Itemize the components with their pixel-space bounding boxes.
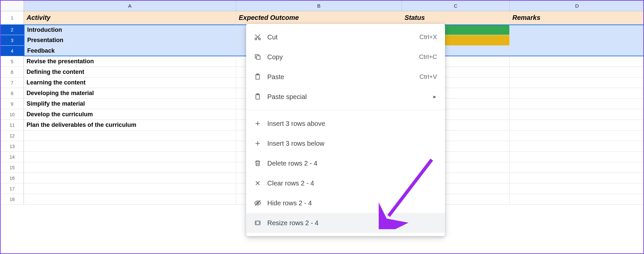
menu-copy-label: Copy xyxy=(267,53,419,61)
menu-resize-rows[interactable]: Resize rows 2 - 4 xyxy=(246,213,445,233)
cell-a4[interactable]: Feedback xyxy=(24,46,236,56)
row-header-17[interactable]: 17 xyxy=(1,183,24,194)
cell-d7[interactable] xyxy=(510,77,644,88)
close-icon xyxy=(254,179,267,187)
cell-d11[interactable] xyxy=(510,120,644,130)
cell-a8[interactable]: Developing the material xyxy=(24,88,236,99)
cell-d10[interactable] xyxy=(510,109,644,120)
row-header-7[interactable]: 7 xyxy=(1,77,24,88)
cell-d2[interactable] xyxy=(510,25,644,35)
menu-hide-rows[interactable]: Hide rows 2 - 4 xyxy=(246,193,445,213)
cell-a13[interactable] xyxy=(24,141,236,152)
menu-clear-rows[interactable]: Clear rows 2 - 4 xyxy=(246,173,445,193)
menu-copy-shortcut: Ctrl+C xyxy=(419,53,437,61)
row-header-10[interactable]: 10 xyxy=(1,109,24,120)
menu-paste-special[interactable]: Paste special ► xyxy=(246,87,445,107)
svg-point-0 xyxy=(255,38,257,40)
row-header-16[interactable]: 16 xyxy=(1,173,24,183)
copy-icon xyxy=(254,53,267,61)
cell-d16[interactable] xyxy=(510,173,644,183)
row-header-11[interactable]: 11 xyxy=(1,120,24,130)
cell-d6[interactable] xyxy=(510,67,644,77)
cell-d4[interactable] xyxy=(510,46,644,56)
menu-cut-label: Cut xyxy=(267,33,419,41)
col-header-a[interactable]: A xyxy=(24,1,236,11)
cell-d15[interactable] xyxy=(510,162,644,173)
cell-d12[interactable] xyxy=(510,130,644,141)
menu-insert-rows-below[interactable]: Insert 3 rows below xyxy=(246,133,445,153)
cell-a10[interactable]: Develop the curriculum xyxy=(24,109,236,120)
row-header-13[interactable]: 13 xyxy=(1,141,24,152)
row-header-15[interactable]: 15 xyxy=(1,162,24,173)
paste-icon xyxy=(254,73,267,80)
cell-a1[interactable]: Activity xyxy=(24,11,236,25)
cell-a5[interactable]: Revise the presentation xyxy=(24,56,236,67)
cell-a16[interactable] xyxy=(24,173,236,183)
menu-delete-rows-label: Delete rows 2 - 4 xyxy=(267,160,437,167)
cell-d8[interactable] xyxy=(510,88,644,99)
menu-resize-rows-label: Resize rows 2 - 4 xyxy=(267,219,437,227)
menu-paste-shortcut: Ctrl+V xyxy=(419,73,437,80)
cut-icon xyxy=(254,33,267,41)
menu-delete-rows[interactable]: Delete rows 2 - 4 xyxy=(246,153,445,173)
row-header-18[interactable]: 18 xyxy=(1,194,24,205)
row-header-5[interactable]: 5 xyxy=(1,56,24,67)
menu-hide-rows-label: Hide rows 2 - 4 xyxy=(267,199,437,207)
menu-clear-rows-label: Clear rows 2 - 4 xyxy=(267,179,437,187)
cell-a6[interactable]: Defining the content xyxy=(24,67,236,77)
cell-a11[interactable]: Plan the deliverables of the curriculum xyxy=(24,120,236,130)
cell-a18[interactable] xyxy=(24,194,236,205)
cell-d13[interactable] xyxy=(510,141,644,152)
row-header-2[interactable]: 2 xyxy=(1,25,24,35)
row-header-3[interactable]: 3 xyxy=(1,35,24,46)
cell-d18[interactable] xyxy=(510,194,644,205)
menu-insert-below-label: Insert 3 rows below xyxy=(267,140,437,147)
menu-copy[interactable]: Copy Ctrl+C xyxy=(246,47,445,67)
cell-d14[interactable] xyxy=(510,152,644,162)
menu-insert-rows-above[interactable]: Insert 3 rows above xyxy=(246,114,445,133)
cell-a9[interactable]: Simplify the material xyxy=(24,99,236,109)
menu-cut-shortcut: Ctrl+X xyxy=(419,33,437,41)
cell-a3[interactable]: Presentation xyxy=(24,35,236,46)
row-header-4[interactable]: 4 xyxy=(1,46,24,56)
cell-b1[interactable]: Expected Outcome xyxy=(236,11,402,25)
cell-a14[interactable] xyxy=(24,152,236,162)
cell-a2[interactable]: Introduction xyxy=(24,25,236,35)
context-menu: Cut Ctrl+X Copy Ctrl+C Paste Ctrl+V Past… xyxy=(246,24,445,236)
plus-icon xyxy=(254,140,267,147)
cell-c1[interactable]: Status xyxy=(402,11,510,25)
row-header-6[interactable]: 6 xyxy=(1,67,24,77)
cell-d1[interactable]: Remarks xyxy=(510,11,644,25)
cell-a7[interactable]: Learning the content xyxy=(24,77,236,88)
select-all-corner[interactable] xyxy=(1,1,24,11)
cell-a17[interactable] xyxy=(24,183,236,194)
cell-d3[interactable] xyxy=(510,35,644,46)
row-header-14[interactable]: 14 xyxy=(1,152,24,162)
col-header-d[interactable]: D xyxy=(510,1,644,11)
submenu-arrow-icon: ► xyxy=(432,94,437,99)
row-header-8[interactable]: 8 xyxy=(1,88,24,99)
cell-a15[interactable] xyxy=(24,162,236,173)
cell-a12[interactable] xyxy=(24,130,236,141)
menu-paste-special-label: Paste special xyxy=(267,93,432,101)
menu-paste-label: Paste xyxy=(267,73,419,81)
svg-rect-4 xyxy=(256,56,260,59)
menu-insert-above-label: Insert 3 rows above xyxy=(267,120,437,127)
plus-icon xyxy=(254,120,267,127)
cell-d17[interactable] xyxy=(510,183,644,194)
row-header-12[interactable]: 12 xyxy=(1,130,24,141)
col-header-b[interactable]: B xyxy=(236,1,402,11)
paste-special-icon xyxy=(254,93,267,100)
svg-point-1 xyxy=(259,38,261,40)
cell-d9[interactable] xyxy=(510,99,644,109)
trash-icon xyxy=(254,160,267,167)
menu-divider xyxy=(246,110,445,110)
menu-cut[interactable]: Cut Ctrl+X xyxy=(246,27,445,47)
row-header-9[interactable]: 9 xyxy=(1,99,24,109)
resize-icon xyxy=(254,219,267,227)
eye-off-icon xyxy=(254,199,267,207)
menu-paste[interactable]: Paste Ctrl+V xyxy=(246,67,445,87)
col-header-c[interactable]: C xyxy=(402,1,510,11)
row-header-1[interactable]: 1 xyxy=(1,11,24,25)
cell-d5[interactable] xyxy=(510,56,644,67)
